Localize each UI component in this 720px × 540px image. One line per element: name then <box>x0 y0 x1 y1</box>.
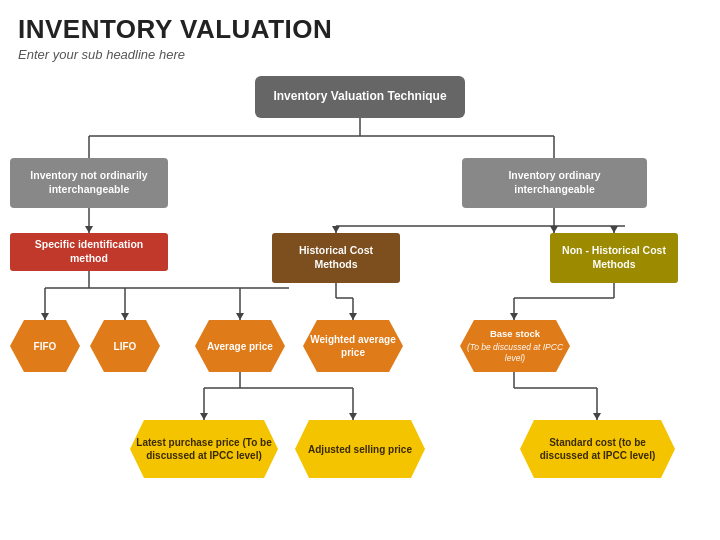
weighted-avg-box: Weighted average price <box>303 320 403 372</box>
svg-marker-20 <box>121 313 129 320</box>
base-stock-box: Base stock(To be discussed at IPCC level… <box>460 320 570 372</box>
gray-right-box: Inventory ordinary interchangeable <box>462 158 647 208</box>
latest-purchase-box: Latest purchase price (To be discussed a… <box>130 420 278 478</box>
page-title: INVENTORY VALUATION <box>0 0 720 45</box>
red-specific-id-box: Specific identification method <box>10 233 168 271</box>
diagram: Inventory Valuation Technique Inventory … <box>0 68 720 540</box>
svg-marker-14 <box>550 226 558 233</box>
svg-marker-40 <box>593 413 601 420</box>
avg-price-box: Average price <box>195 320 285 372</box>
root-box: Inventory Valuation Technique <box>255 76 465 118</box>
svg-marker-6 <box>85 226 93 233</box>
svg-marker-34 <box>200 413 208 420</box>
page-subtitle: Enter your sub headline here <box>0 45 720 62</box>
svg-marker-30 <box>510 313 518 320</box>
lifo-box: LIFO <box>90 320 160 372</box>
brown-historical-box: Historical Cost Methods <box>272 233 400 283</box>
olive-nonhistorical-box: Non - Historical Cost Methods <box>550 233 678 283</box>
svg-marker-18 <box>41 313 49 320</box>
std-cost-box: Standard cost (to be discussed at IPCC l… <box>520 420 675 478</box>
gray-left-box: Inventory not ordinarily interchangeable <box>10 158 168 208</box>
adj-selling-box: Adjusted selling price <box>295 420 425 478</box>
fifo-box: FIFO <box>10 320 80 372</box>
svg-marker-22 <box>236 313 244 320</box>
svg-marker-10 <box>332 226 340 233</box>
svg-marker-26 <box>349 313 357 320</box>
svg-marker-12 <box>610 226 618 233</box>
svg-marker-36 <box>349 413 357 420</box>
